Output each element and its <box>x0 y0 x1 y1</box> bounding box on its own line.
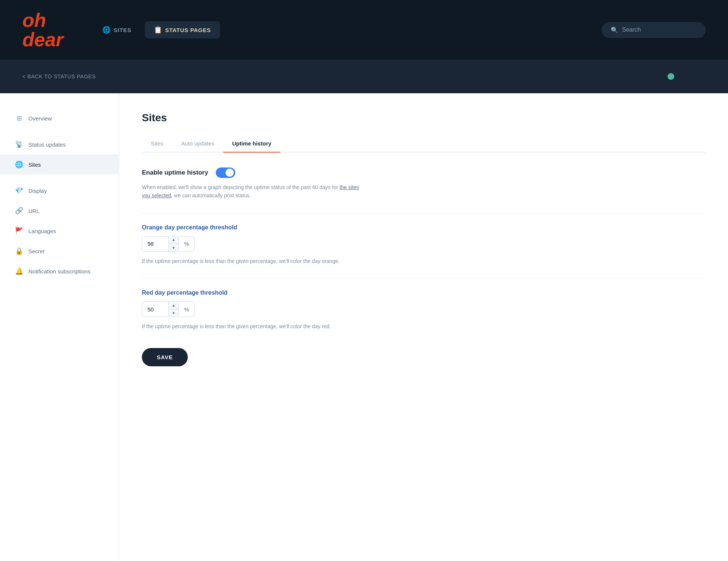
orange-threshold-description: If the uptime percentage is less than th… <box>142 257 366 265</box>
tab-auto-updates[interactable]: Auto updates <box>172 135 223 153</box>
red-threshold-section: Red day percentage threshold ▲ ▼ % If th… <box>142 289 706 330</box>
status-dot <box>668 73 674 80</box>
tab-sites[interactable]: Sites <box>142 135 172 153</box>
sidebar-item-status-updates[interactable]: 📡 Status updates <box>0 134 119 154</box>
enable-label: Enable uptime history <box>142 169 208 176</box>
nav-items: 🌐 SITES 📋 STATUS PAGES 🔍 <box>93 21 706 38</box>
content-area: Sites Sites Auto updates Uptime history … <box>119 93 728 561</box>
orange-spinner: ▲ ▼ <box>168 236 178 252</box>
orange-increment-button[interactable]: ▲ <box>169 236 178 244</box>
divider-2 <box>142 279 706 279</box>
save-button[interactable]: SAVE <box>142 348 188 366</box>
tab-uptime-history[interactable]: Uptime history <box>223 135 280 153</box>
sites-icon: 🌐 <box>15 160 23 169</box>
sidebar-item-secret[interactable]: 🔒 Secret <box>0 241 119 261</box>
nav-item-sites[interactable]: 🌐 SITES <box>93 21 140 38</box>
enable-uptime-history-toggle[interactable] <box>216 167 235 178</box>
clipboard-icon: 📋 <box>154 26 162 34</box>
orange-threshold-title: Orange day percentage threshold <box>142 224 706 231</box>
main-content: ⊞ Overview 📡 Status updates 🌐 Sites 💎 Di… <box>0 93 728 561</box>
sidebar-item-notification-subscriptions[interactable]: 🔔 Notification subscriptions <box>0 261 119 281</box>
display-icon: 💎 <box>15 187 23 195</box>
red-input-wrap: ▲ ▼ <box>142 301 179 317</box>
back-to-status-pages-link[interactable]: < BACK TO STATUS PAGES <box>22 73 96 79</box>
divider-1 <box>142 213 706 214</box>
sidebar-item-languages[interactable]: 🚩 Languages <box>0 221 119 241</box>
enable-uptime-history-section: Enable uptime history When enabled, we'l… <box>142 167 706 200</box>
red-percent-label: % <box>179 301 195 317</box>
red-threshold-input[interactable] <box>142 301 168 317</box>
secret-icon: 🔒 <box>15 247 23 255</box>
red-threshold-description: If the uptime percentage is less than th… <box>142 322 366 330</box>
sidebar-item-sites[interactable]: 🌐 Sites <box>0 154 119 175</box>
enable-description: When enabled, we'll show a graph depicti… <box>142 183 366 200</box>
search-box[interactable]: 🔍 <box>602 22 706 38</box>
page-title: Sites <box>142 112 706 124</box>
search-icon: 🔍 <box>611 26 618 34</box>
sidebar: ⊞ Overview 📡 Status updates 🌐 Sites 💎 Di… <box>0 93 119 561</box>
logo[interactable]: ohdear <box>22 10 63 49</box>
url-icon: 🔗 <box>15 207 23 215</box>
sidebar-item-overview[interactable]: ⊞ Overview <box>0 108 119 128</box>
orange-input-row: ▲ ▼ % <box>142 236 706 252</box>
status-updates-icon: 📡 <box>15 140 23 148</box>
languages-icon: 🚩 <box>15 227 23 235</box>
back-bar: < BACK TO STATUS PAGES Flare <box>0 60 728 93</box>
orange-threshold-section: Orange day percentage threshold ▲ ▼ % If… <box>142 224 706 265</box>
red-input-row: ▲ ▼ % <box>142 301 706 317</box>
orange-decrement-button[interactable]: ▼ <box>169 244 178 252</box>
nav-item-status-pages[interactable]: 📋 STATUS PAGES <box>145 21 220 38</box>
sidebar-item-display[interactable]: 💎 Display <box>0 181 119 201</box>
orange-percent-label: % <box>179 236 195 252</box>
overview-icon: ⊞ <box>15 114 23 122</box>
orange-threshold-input[interactable] <box>142 236 168 252</box>
sidebar-item-url[interactable]: 🔗 URL <box>0 201 119 221</box>
notification-icon: 🔔 <box>15 267 23 275</box>
globe-icon: 🌐 <box>102 26 111 34</box>
red-increment-button[interactable]: ▲ <box>169 301 178 309</box>
orange-input-wrap: ▲ ▼ <box>142 236 179 252</box>
status-page-title: Flare <box>668 70 706 83</box>
red-threshold-title: Red day percentage threshold <box>142 289 706 296</box>
search-input[interactable] <box>622 26 697 33</box>
top-navigation: ohdear 🌐 SITES 📋 STATUS PAGES 🔍 <box>0 0 728 60</box>
tabs: Sites Auto updates Uptime history <box>142 135 706 153</box>
red-spinner: ▲ ▼ <box>168 301 178 317</box>
red-decrement-button[interactable]: ▼ <box>169 309 178 317</box>
enable-row: Enable uptime history <box>142 167 706 178</box>
